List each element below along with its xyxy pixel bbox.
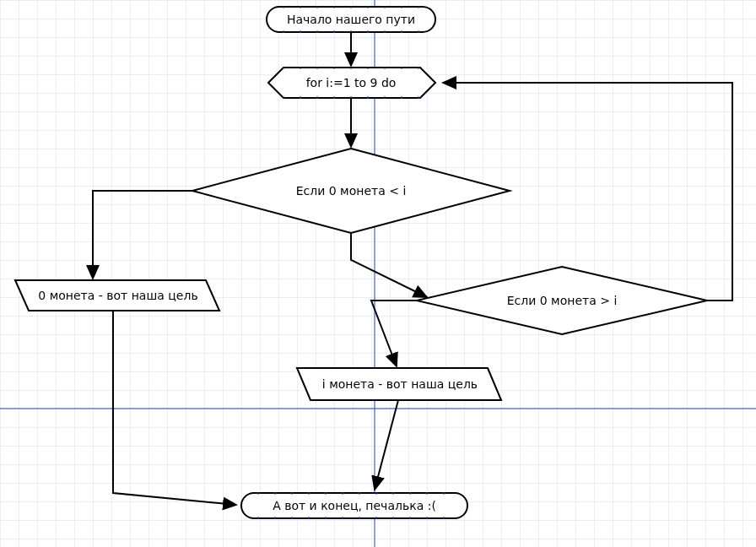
flowchart-canvas: Начало нашего пути for i:=1 to 9 do Если… (0, 0, 756, 547)
end-label: А вот и конец, печалька :( (273, 499, 436, 512)
process1-label: 0 монета - вот наша цель (38, 289, 197, 302)
start-label: Начало нашего пути (287, 13, 415, 26)
start-node[interactable]: Начало нашего пути (267, 6, 435, 33)
process2-node[interactable]: i монета - вот наша цель (297, 368, 501, 400)
process2-label: i монета - вот наша цель (322, 377, 478, 391)
loop-label: for i:=1 to 9 do (306, 76, 397, 89)
decision1-label: Если 0 монета < i (296, 184, 407, 198)
end-node[interactable]: А вот и конец, печалька :( (241, 492, 467, 519)
decision2-label: Если 0 монета > i (507, 294, 618, 307)
loop-node[interactable]: for i:=1 to 9 do (268, 67, 435, 99)
process1-node[interactable]: 0 монета - вот наша цель (15, 280, 219, 311)
